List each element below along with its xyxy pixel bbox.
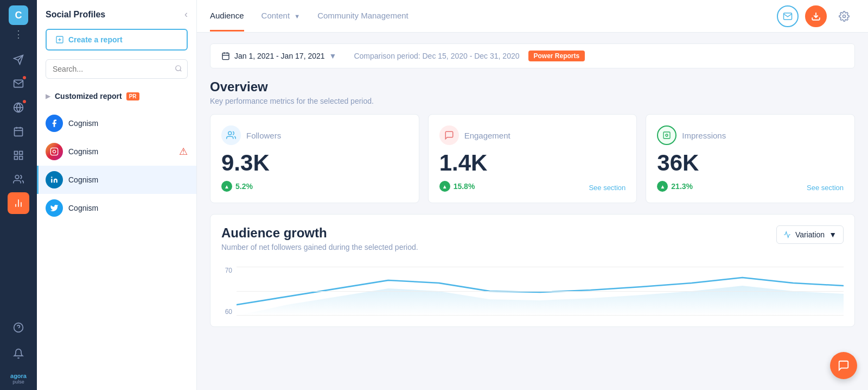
- engagement-icon: [439, 125, 459, 145]
- instagram-error-icon: ⚠: [179, 146, 188, 158]
- followers-label: Followers: [246, 131, 281, 140]
- profile-item-twitter[interactable]: Cognism: [37, 194, 196, 222]
- audience-growth-section: Audience growth Number of net followers …: [210, 214, 855, 327]
- svg-point-28: [843, 15, 846, 17]
- nav-icon-send[interactable]: [8, 49, 29, 71]
- download-action-button[interactable]: [805, 5, 827, 27]
- engagement-up-icon: ▲: [439, 181, 450, 192]
- pr-badge: PR: [126, 92, 139, 100]
- settings-action-button[interactable]: [833, 5, 855, 27]
- sidebar: Social Profiles ‹ Create a report ▶ Cust…: [37, 0, 197, 390]
- nav-icon-inbox[interactable]: [8, 73, 29, 95]
- metric-card-impressions: Impressions 36K ▲ 21.3% See section: [646, 114, 855, 203]
- date-range-selector[interactable]: Jan 1, 2021 - Jan 17, 2021 ▼: [221, 52, 336, 60]
- svg-rect-10: [20, 156, 23, 160]
- chart-wrapper: 70 60: [221, 267, 844, 316]
- engagement-see-section[interactable]: See section: [589, 184, 626, 192]
- svg-point-21: [176, 65, 181, 70]
- svg-rect-25: [51, 179, 52, 183]
- overview-section: Overview Key performance metrics for the…: [210, 79, 855, 203]
- customized-report-row[interactable]: ▶ Customized report PR: [37, 87, 196, 105]
- nav-bar: C ⋮: [0, 0, 37, 390]
- metric-header-impressions: Impressions: [657, 125, 844, 145]
- nav-dots: ⋮: [14, 28, 23, 40]
- sidebar-collapse-button[interactable]: ‹: [184, 9, 188, 20]
- profile-name-twitter: Cognism: [68, 204, 98, 212]
- metrics-row: Followers 9.3K ▲ 5.2%: [210, 114, 855, 203]
- metric-header-followers: Followers: [221, 125, 408, 145]
- followers-value: 9.3K: [221, 152, 408, 174]
- overview-subtitle: Key performance metrics for the selected…: [210, 97, 855, 105]
- comparison-period: Comparison period: Dec 15, 2020 - Dec 31…: [354, 52, 519, 60]
- chart-area: [237, 267, 844, 316]
- profile-avatar-instagram: [46, 143, 63, 160]
- profile-item-linkedin[interactable]: Cognism: [37, 166, 196, 194]
- svg-rect-8: [15, 152, 18, 155]
- engagement-value: 1.4K: [439, 152, 626, 174]
- svg-point-35: [666, 134, 668, 136]
- engagement-label: Engagement: [464, 131, 510, 140]
- impressions-value: 36K: [657, 152, 844, 174]
- svg-line-22: [180, 70, 182, 71]
- sidebar-title: Social Profiles: [46, 10, 105, 20]
- svg-rect-23: [50, 148, 58, 155]
- nav-icon-bell[interactable]: [8, 343, 29, 364]
- impressions-label: Impressions: [682, 131, 726, 140]
- svg-rect-29: [222, 53, 229, 60]
- create-report-button[interactable]: Create a report: [46, 29, 188, 51]
- profile-avatar-twitter: [46, 199, 63, 217]
- variation-dropdown-arrow: ▼: [829, 230, 837, 239]
- top-nav-tabs: Audience Content ▼ Community Management: [210, 1, 777, 32]
- customized-report-label: Customized report: [55, 92, 122, 100]
- metric-header-engagement: Engagement: [439, 125, 626, 145]
- y-axis: 70 60: [221, 267, 237, 316]
- nav-icon-calendar[interactable]: [8, 121, 29, 142]
- profile-item-instagram[interactable]: Cognism ⚠: [37, 137, 196, 166]
- power-reports-badge: Power Reports: [528, 51, 585, 61]
- followers-up-icon: ▲: [221, 181, 232, 192]
- nav-icon-reports[interactable]: [8, 192, 29, 214]
- nav-icon-help[interactable]: [8, 317, 29, 338]
- app-logo[interactable]: C: [9, 5, 28, 25]
- overview-title: Overview: [210, 79, 855, 95]
- chat-bubble-button[interactable]: [830, 352, 857, 379]
- nav-icon-analytics[interactable]: [8, 97, 29, 118]
- mail-action-button[interactable]: [777, 5, 799, 27]
- growth-title-block: Audience growth Number of net followers …: [221, 225, 418, 260]
- top-nav-actions: [777, 5, 855, 27]
- growth-subtitle: Number of net followers gained during th…: [221, 243, 418, 251]
- main-content: Audience Content ▼ Community Management: [197, 0, 868, 390]
- tab-community-management[interactable]: Community Management: [317, 1, 409, 32]
- nav-icon-users[interactable]: [8, 168, 29, 190]
- variation-dropdown[interactable]: Variation ▼: [776, 225, 844, 244]
- nav-icon-schedule[interactable]: [8, 144, 29, 166]
- profile-name-instagram: Cognism: [68, 147, 98, 156]
- profile-name-linkedin: Cognism: [68, 175, 98, 184]
- profile-item-facebook[interactable]: Cognism: [37, 109, 196, 137]
- analytics-badge: [22, 99, 27, 104]
- tab-content[interactable]: Content ▼: [261, 1, 301, 32]
- search-input[interactable]: [46, 59, 188, 79]
- impressions-see-section[interactable]: See section: [807, 184, 844, 192]
- svg-rect-34: [663, 132, 670, 139]
- search-box: [46, 59, 188, 79]
- date-dropdown-arrow: ▼: [329, 52, 337, 60]
- content-area: Jan 1, 2021 - Jan 17, 2021 ▼ Comparison …: [197, 33, 868, 390]
- metric-card-engagement: Engagement 1.4K ▲ 15.8% See section: [428, 114, 637, 203]
- followers-change: ▲ 5.2%: [221, 181, 408, 192]
- svg-point-12: [15, 175, 19, 179]
- profile-avatar-linkedin: [46, 171, 63, 188]
- top-nav: Audience Content ▼ Community Management: [197, 0, 868, 33]
- svg-rect-11: [15, 156, 18, 160]
- profile-name-facebook: Cognism: [68, 119, 98, 128]
- profile-list: Cognism Cognism ⚠ Co: [37, 109, 196, 222]
- inbox-badge: [22, 75, 27, 80]
- tab-audience[interactable]: Audience: [210, 1, 244, 32]
- metric-card-followers: Followers 9.3K ▲ 5.2%: [210, 114, 419, 203]
- svg-point-33: [228, 131, 232, 135]
- customized-report-arrow: ▶: [46, 92, 50, 100]
- profile-avatar-facebook: [46, 115, 63, 132]
- svg-point-26: [51, 177, 52, 178]
- svg-rect-9: [20, 152, 23, 155]
- growth-header: Audience growth Number of net followers …: [221, 225, 844, 260]
